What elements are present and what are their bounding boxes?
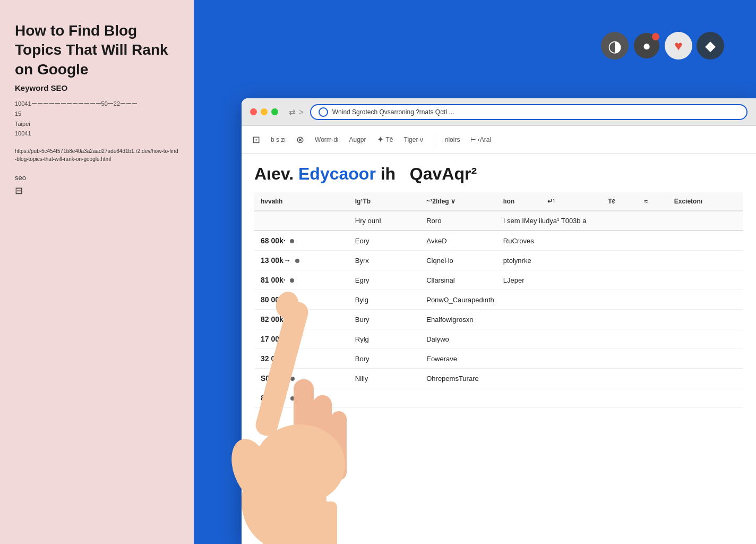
table-row: S0 00k· Nilly OhrepemsTurare	[254, 369, 743, 388]
toolbar-icon-1: ⊡	[252, 134, 260, 146]
table-row: 80 00k· Bylg PonwΩ_Caurapedιnth	[254, 290, 743, 310]
address-bar[interactable]: Wnind Sgrotech Qvsarroning ?rnats Qαtl .…	[310, 104, 748, 120]
subh-col4: I sem IMey iludya¹ T003b a	[497, 211, 743, 231]
table-subheader-row: Hry ounΙ Roro I sem IMey iludya¹ T003b a	[254, 211, 743, 231]
nav-forward-icon[interactable]: >	[299, 107, 304, 116]
traffic-light-red[interactable]	[250, 108, 257, 115]
toolbar-item-worn[interactable]: Worm·dι	[315, 136, 338, 143]
subh-col1	[254, 211, 349, 231]
table-row: 8E 00k·	[254, 388, 743, 408]
row7-col3: Eowerave	[420, 349, 743, 369]
row6-col2: Rylg	[349, 329, 420, 349]
meta-line2: 15	[15, 109, 179, 119]
toolbar-separator	[434, 133, 434, 146]
row8-volume: S0 00k·	[254, 369, 349, 388]
browser-icon-1: ◑	[601, 32, 629, 60]
keyword-table: hνvalιh Ig¹Tb ~¹2lιfeg ∨ lιon ↵¹ Tℓ ≈ Ex…	[254, 192, 743, 408]
browser-icon-4: ◆	[697, 32, 724, 60]
meta-line4: 10041	[15, 129, 179, 139]
table-row: 17 00k· Rylg Dalywo	[254, 329, 743, 349]
toolbar-icon-te: ✦	[377, 134, 384, 144]
toolbar-label-augpr: Augpr	[349, 136, 366, 143]
th-col1[interactable]: hνvalιh	[254, 192, 349, 211]
row3-col2: Egry	[349, 270, 420, 290]
toolbar-item-aral[interactable]: ⊢ ‹Aral	[470, 136, 491, 143]
row3-col3: Cllarsinal	[420, 270, 497, 290]
row8-col2: Nilly	[349, 369, 420, 388]
th-col3[interactable]: ~¹2lιfeg ∨	[420, 192, 497, 211]
th-col9[interactable]: Excietonι	[668, 192, 743, 211]
toolbar-label-tiger: Tiger·ν	[404, 136, 423, 143]
row7-col2: Bory	[349, 349, 420, 369]
toolbar-item-3[interactable]: ⊗	[296, 134, 304, 146]
row9-col2	[349, 388, 420, 408]
nav-back-icon[interactable]: ⇄	[289, 107, 296, 117]
row2-col2: Byrx	[349, 251, 420, 270]
row9-col3	[420, 388, 743, 408]
meta-info: 10041ーーーーーーーーーーーー50ー22ーーー 15 Taipei 1004…	[15, 99, 179, 139]
row2-col4: ptolynrke	[497, 251, 743, 270]
main-content-area: Aιev. Edycaoor ih QavAqr² hνvalιh Ig¹Tb …	[242, 154, 756, 419]
row7-volume: 32 00k·	[254, 349, 349, 369]
row1-volume: 68 00k·	[254, 231, 349, 251]
toolbar-label-aral: ⊢ ‹Aral	[470, 136, 491, 143]
table-header-row: hνvalιh Ig¹Tb ~¹2lιfeg ∨ lιon ↵¹ Tℓ ≈ Ex…	[254, 192, 743, 211]
row1-col4: RuCroves	[497, 231, 743, 251]
table-row: 32 00k· Bory Eowerave	[254, 349, 743, 369]
browser-icon-3: ♥	[665, 32, 692, 60]
row2-col3: Clqnei·lo	[420, 251, 497, 270]
toolbar-item-2[interactable]: b s zι	[271, 136, 286, 143]
toolbar-item-nloirs[interactable]: nloirs	[445, 136, 460, 143]
table-row: 68 00k· Eory ΔvkeD RuCroves	[254, 231, 743, 251]
row8-col3: OhrepemsTurare	[420, 369, 743, 388]
traffic-light-green[interactable]	[271, 108, 278, 115]
page-title: Aιev. Edycaoor ih QavAqr²	[254, 164, 743, 184]
meta-line3: Taipei	[15, 119, 179, 129]
th-col7[interactable]: Tℓ	[602, 192, 638, 211]
th-col5[interactable]: ↵¹	[541, 192, 578, 211]
row5-volume: 82 00k·	[254, 310, 349, 329]
row3-col4: LJeper	[497, 270, 743, 290]
traffic-light-yellow[interactable]	[261, 108, 268, 115]
traffic-lights	[250, 108, 278, 115]
address-bar-icon	[319, 107, 328, 117]
table-row: 82 00k· Bury Ehalfowigrosxn	[254, 310, 743, 329]
browser-content: ⊡ b s zι ⊗ Worm·dι Augpr ✦ Tē	[242, 126, 756, 544]
row6-col3: Dalywo	[420, 329, 743, 349]
page-title-prefix: Aιev.	[254, 164, 298, 183]
right-panel: ◑ ● ♥ ◆ ⇄ > Wnind Sgrotech Qvsarroning ?…	[194, 0, 756, 544]
toolbar-item-tiger[interactable]: Tiger·ν	[404, 136, 423, 143]
row5-col2: Bury	[349, 310, 420, 329]
toolbar-label-nloirs: nloirs	[445, 136, 460, 143]
page-title-suffix: ih QavAqr²	[376, 164, 477, 183]
browser-icon-2: ●	[633, 32, 660, 60]
left-sidebar: How to Find Blog Topics That Will Rank o…	[0, 0, 194, 544]
th-col4[interactable]: lιon	[497, 192, 541, 211]
table-row: 13 00k→ Byrx Clqnei·lo ptolynrke	[254, 251, 743, 270]
toolbar-item-augpr[interactable]: Augpr	[349, 136, 366, 143]
th-col6	[578, 192, 602, 211]
tag-label: seo	[15, 174, 179, 182]
article-url: https://pub-5c454f571b8e40a3a2aad27ade84…	[15, 147, 179, 163]
row1-col3: ΔvkeD	[420, 231, 497, 251]
table-row: 81 00k· Egry Cllarsinal LJeper	[254, 270, 743, 290]
row6-volume: 17 00k·	[254, 329, 349, 349]
meta-line1: 10041ーーーーーーーーーーーー50ー22ーーー	[15, 99, 179, 109]
th-col2[interactable]: Ig¹Tb	[349, 192, 420, 211]
row4-volume: 80 00k·	[254, 290, 349, 310]
row4-col2: Bylg	[349, 290, 420, 310]
browser-window: ⇄ > Wnind Sgrotech Qvsarroning ?rnats Qα…	[242, 98, 756, 544]
toolbar-item-te[interactable]: ✦ Tē	[377, 134, 393, 144]
toolbar-icon-3: ⊗	[296, 134, 304, 146]
browser-titlebar: ⇄ > Wnind Sgrotech Qvsarroning ?rnats Qα…	[242, 98, 756, 126]
article-subtitle: Keyword SEO	[15, 83, 179, 92]
toolbar-item-1[interactable]: ⊡	[252, 134, 260, 146]
browser-icons-row: ◑ ● ♥ ◆	[601, 32, 724, 60]
row1-col2: Eory	[349, 231, 420, 251]
toolbar-label-worn: Worm·dι	[315, 136, 338, 143]
toolbar-label-2: b s zι	[271, 136, 286, 143]
browser-toolbar: ⊡ b s zι ⊗ Worm·dι Augpr ✦ Tē	[242, 126, 756, 154]
row9-volume: 8E 00k·	[254, 388, 349, 408]
row3-volume: 81 00k·	[254, 270, 349, 290]
th-col8[interactable]: ≈	[638, 192, 668, 211]
